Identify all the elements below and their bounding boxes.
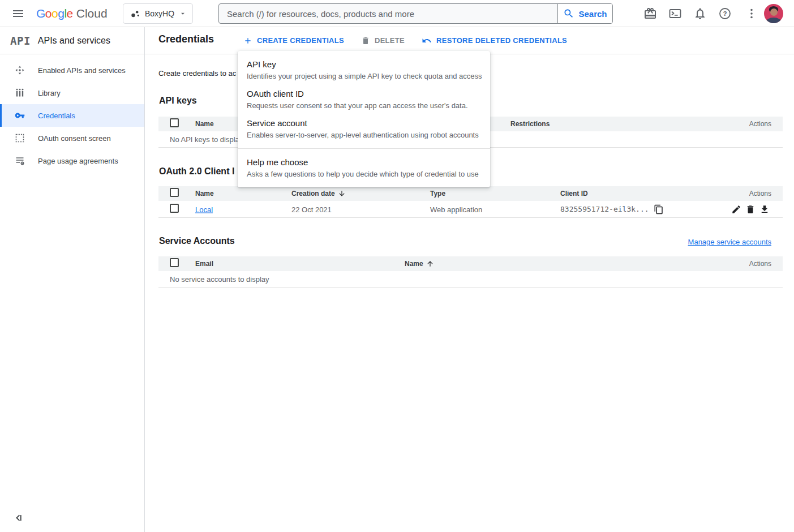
user-avatar[interactable] — [764, 4, 783, 23]
column-header-actions: Actions — [749, 190, 771, 198]
sidebar-item-enabled-apis[interactable]: Enabled APIs and services — [0, 59, 144, 81]
column-header-actions: Actions — [749, 120, 771, 128]
column-header-name: Name — [195, 190, 214, 198]
google-cloud-logo[interactable]: Google Cloud — [36, 0, 108, 27]
sidebar-nav: Enabled APIs and services Library Creden… — [0, 54, 144, 172]
cloud-logo-text: Cloud — [76, 7, 108, 20]
avatar-face — [770, 8, 778, 16]
menu-item-description: Enables server-to-server, app-level auth… — [247, 130, 481, 140]
more-options-icon[interactable] — [745, 7, 758, 20]
sidebar-header: API APIs and services — [0, 27, 144, 54]
sidebar-item-library[interactable]: Library — [0, 81, 144, 104]
sidebar-item-label: Page usage agreements — [38, 157, 118, 165]
consent-screen-icon — [15, 133, 25, 143]
menu-item-description: Identifies your project using a simple A… — [247, 71, 481, 81]
column-header-client-id: Client ID — [560, 190, 588, 198]
oauth-clients-title: OAuth 2.0 Client I — [159, 166, 234, 177]
avatar-shirt — [766, 18, 782, 23]
collapse-sidebar-icon[interactable] — [14, 513, 24, 523]
search-button[interactable]: Search — [557, 4, 612, 23]
api-product-logo: API — [10, 35, 31, 47]
sort-descending-icon — [338, 190, 346, 198]
client-id-cell: 83255951712-eil3k... — [560, 204, 664, 214]
menu-item-description: Requests user consent so that your app c… — [247, 101, 481, 111]
client-creation-date: 22 Oct 2021 — [291, 205, 332, 213]
select-all-checkbox[interactable] — [170, 118, 179, 127]
column-header-restrictions: Restrictions — [510, 120, 550, 128]
help-icon[interactable]: ? — [718, 7, 732, 20]
client-id-value: 83255951712-eil3k... — [560, 205, 649, 213]
project-icon — [129, 8, 140, 19]
menu-item-title: API key — [247, 59, 481, 70]
column-header-actions: Actions — [749, 260, 771, 268]
edit-pencil-icon[interactable] — [731, 204, 741, 214]
menu-divider — [238, 148, 490, 149]
agreements-icon — [15, 156, 25, 166]
library-icon — [15, 88, 25, 98]
column-header-name[interactable]: Name — [405, 260, 434, 268]
sidebar-item-page-usage[interactable]: Page usage agreements — [0, 149, 144, 172]
gift-icon[interactable] — [643, 7, 657, 20]
api-keys-empty-text: No API keys to displa — [170, 135, 239, 144]
google-cloud-console: Google Cloud BoxyHQ Search ? — [0, 0, 794, 532]
manage-service-accounts-link[interactable]: Manage service accounts — [688, 238, 771, 246]
service-accounts-header-row: Email Name Actions — [158, 256, 783, 271]
api-keys-title: API keys — [159, 96, 197, 106]
sidebar-item-oauth-consent[interactable]: OAuth consent screen — [0, 127, 144, 149]
row-checkbox[interactable] — [170, 204, 179, 213]
download-icon[interactable] — [759, 204, 770, 214]
sidebar-item-label: Credentials — [38, 111, 75, 120]
project-name: BoxyHQ — [145, 9, 174, 18]
client-name-link[interactable]: Local — [195, 205, 213, 213]
service-accounts-table: Email Name Actions No service accounts t… — [158, 256, 783, 288]
menu-item-help-me-choose[interactable]: Help me choose Asks a few questions to h… — [238, 153, 490, 183]
menu-icon[interactable] — [11, 7, 25, 20]
service-accounts-empty-text: No service accounts to display — [170, 275, 269, 284]
menu-item-description: Asks a few questions to help you decide … — [247, 169, 481, 179]
sidebar-item-label: Library — [38, 89, 61, 97]
oauth-clients-table: Name Creation date Type Client ID Action… — [158, 186, 783, 218]
column-header-name: Name — [195, 120, 214, 128]
project-selector[interactable]: BoxyHQ — [123, 3, 193, 24]
search-input[interactable] — [219, 4, 557, 23]
client-type: Web application — [430, 205, 482, 213]
cloud-shell-icon[interactable] — [668, 7, 682, 20]
menu-item-title: Service account — [247, 118, 481, 129]
notifications-bell-icon[interactable] — [693, 7, 707, 20]
service-accounts-empty-row: No service accounts to display — [158, 271, 783, 288]
oauth-client-row: Local 22 Oct 2021 Web application 832559… — [158, 201, 783, 218]
select-all-checkbox[interactable] — [170, 188, 179, 197]
search-icon — [563, 8, 574, 19]
sort-ascending-icon — [426, 260, 434, 268]
menu-item-title: OAuth client ID — [247, 88, 481, 100]
search-button-label: Search — [578, 9, 607, 19]
row-actions — [731, 204, 770, 214]
menu-item-oauth-client-id[interactable]: OAuth client ID Requests user consent so… — [238, 85, 490, 114]
column-header-creation-date[interactable]: Creation date — [291, 190, 346, 198]
key-icon — [15, 110, 25, 121]
svg-text:?: ? — [723, 10, 727, 17]
sidebar-title: APIs and services — [38, 36, 110, 46]
creation-date-label: Creation date — [291, 190, 335, 198]
column-header-email: Email — [195, 260, 213, 268]
menu-item-title: Help me choose — [247, 157, 481, 168]
google-logo-wordmark: Google — [36, 7, 73, 20]
sidebar-item-label: OAuth consent screen — [38, 134, 111, 143]
enabled-apis-icon — [15, 65, 25, 75]
sidebar-item-label: Enabled APIs and services — [38, 66, 126, 75]
delete-trash-icon[interactable] — [745, 204, 756, 214]
sidebar: API APIs and services Enabled APIs and s… — [0, 27, 145, 532]
chevron-down-icon — [179, 10, 187, 18]
menu-item-api-key[interactable]: API key Identifies your project using a … — [238, 55, 490, 85]
service-accounts-title: Service Accounts — [159, 236, 235, 246]
select-all-checkbox[interactable] — [170, 258, 179, 267]
create-credentials-menu: API key Identifies your project using a … — [238, 51, 490, 187]
top-bar: Google Cloud BoxyHQ Search ? — [0, 0, 794, 27]
sa-name-label: Name — [405, 260, 423, 268]
sidebar-item-credentials[interactable]: Credentials — [0, 104, 144, 127]
oauth-header-row: Name Creation date Type Client ID Action… — [158, 186, 783, 201]
search-bar: Search — [218, 3, 613, 24]
copy-icon[interactable] — [654, 204, 664, 214]
column-header-type: Type — [430, 190, 445, 198]
menu-item-service-account[interactable]: Service account Enables server-to-server… — [238, 114, 490, 144]
